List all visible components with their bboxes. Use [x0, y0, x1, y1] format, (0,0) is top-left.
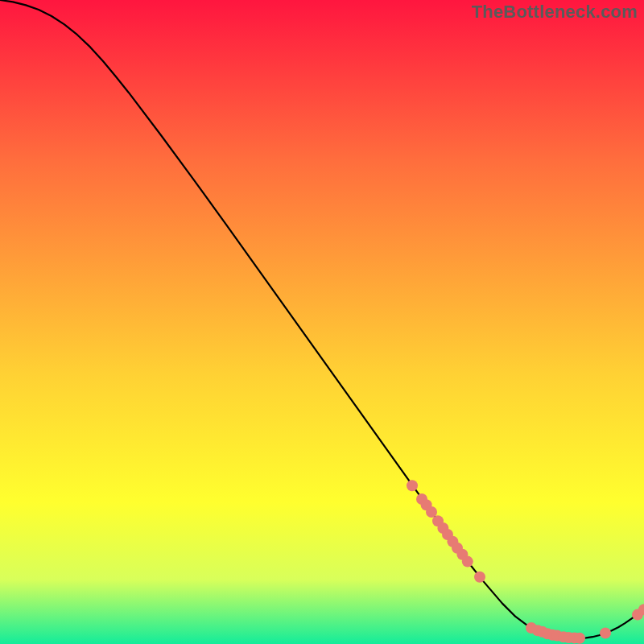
- data-point: [600, 627, 611, 638]
- data-point: [574, 633, 585, 644]
- chart-container: TheBottleneck.com: [0, 0, 644, 644]
- data-point: [462, 556, 473, 568]
- data-point: [474, 572, 485, 583]
- chart-svg: [0, 0, 644, 644]
- data-point: [407, 480, 418, 491]
- gradient-background: [0, 0, 644, 644]
- watermark-text: TheBottleneck.com: [472, 2, 638, 23]
- data-point: [426, 506, 437, 518]
